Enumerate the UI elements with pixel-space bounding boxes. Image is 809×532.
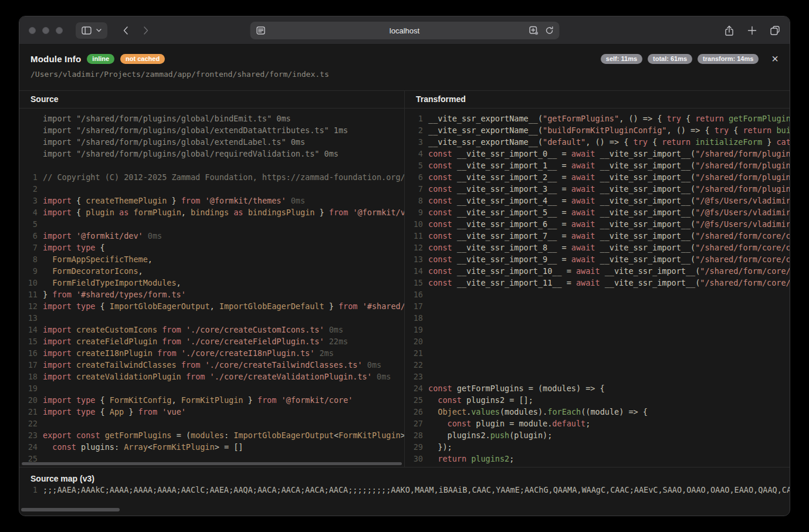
code-line: 6const __vite_ssr_import_2__ = await __v… xyxy=(405,171,790,183)
code-line: 19 xyxy=(19,382,404,394)
line-number: 15 xyxy=(19,336,38,347)
zoom-window-button[interactable] xyxy=(56,27,63,34)
extensions-icon[interactable] xyxy=(529,26,538,35)
line-number: 9 xyxy=(19,265,38,277)
tab-overview-icon[interactable] xyxy=(770,25,780,36)
code-panels: Source import "/shared/form/plugins/glob… xyxy=(19,90,790,467)
code-line: 15const __vite_ssr_import_11__ = await _… xyxy=(405,277,790,289)
share-icon[interactable] xyxy=(724,25,734,36)
code-line xyxy=(19,160,404,171)
line-number: 7 xyxy=(405,183,423,195)
line-number: 30 xyxy=(405,453,423,465)
line-number: 19 xyxy=(405,324,423,336)
injected-code-line: import "/shared/form/plugins/global/exte… xyxy=(19,124,404,136)
module-info-header: Module Info inline not cached self: 11ms… xyxy=(19,45,790,79)
line-number: 16 xyxy=(405,289,423,300)
code-line: 8const __vite_ssr_import_4__ = await __v… xyxy=(405,195,790,206)
chevron-right-icon xyxy=(143,26,149,35)
code-line: 23export const getFormPlugins = (modules… xyxy=(19,429,404,441)
code-line: 21 xyxy=(405,347,790,359)
injected-code-line: import "/shared/form/plugins/global/requ… xyxy=(19,148,404,160)
code-line: 19 xyxy=(405,324,790,336)
close-window-button[interactable] xyxy=(29,27,36,34)
new-tab-icon[interactable] xyxy=(747,25,757,36)
code-line: 28 plugins2.push(plugin); xyxy=(405,429,790,441)
code-line: 23 xyxy=(405,371,790,382)
line-number: 24 xyxy=(19,441,38,453)
close-button[interactable]: × xyxy=(771,53,778,65)
line-number xyxy=(19,136,38,148)
line-number: 13 xyxy=(19,312,38,324)
line-number: 13 xyxy=(405,253,423,265)
code-line: 2__vite_ssr_exportName__("buildFormKitPl… xyxy=(405,124,790,136)
inline-badge: inline xyxy=(87,54,114,64)
sourcemap-horizontal-scrollbar[interactable] xyxy=(21,508,120,511)
forward-button[interactable] xyxy=(138,22,154,39)
line-number: 5 xyxy=(19,218,38,230)
address-bar-actions xyxy=(529,26,554,35)
code-line: 14import createCustomIcons from './core/… xyxy=(19,324,404,336)
url-text: localhost xyxy=(390,26,419,35)
line-number: 18 xyxy=(19,371,38,382)
sidebar-toggle-button[interactable] xyxy=(76,22,107,39)
reload-icon[interactable] xyxy=(544,26,554,35)
line-number xyxy=(19,148,38,160)
line-number: 4 xyxy=(405,148,423,160)
line-number xyxy=(19,113,38,124)
source-horizontal-scrollbar[interactable] xyxy=(22,462,402,465)
line-number: 21 xyxy=(405,347,423,359)
line-number: 8 xyxy=(19,253,38,265)
line-number: 11 xyxy=(19,289,38,300)
code-line: 8 FormAppSpecificTheme, xyxy=(19,253,404,265)
line-number: 4 xyxy=(19,206,38,218)
line-number: 27 xyxy=(405,418,423,429)
code-line: 20import type { FormKitConfig, FormKitPl… xyxy=(19,394,404,406)
code-line: 6import '@formkit/dev' 0ms xyxy=(19,230,404,242)
code-line: 9 FormDecoratorIcons, xyxy=(19,265,404,277)
code-line: 13const __vite_ssr_import_9__ = await __… xyxy=(405,253,790,265)
code-line: 11} from '#shared/types/form.ts' xyxy=(19,289,404,300)
code-line: 30 return plugins2; xyxy=(405,453,790,465)
code-line: 24const getFormPlugins = (modules) => { xyxy=(405,382,790,394)
sourcemap-section: Source map (v3) 1;;;AAEA;AAAkC;AAAA;AAAA… xyxy=(19,467,790,514)
line-number: 10 xyxy=(19,277,38,289)
window-controls xyxy=(29,27,63,34)
code-line: 12import type { ImportGlobEagerOutput, I… xyxy=(19,300,404,312)
line-number: 21 xyxy=(19,406,38,418)
code-line: 2 xyxy=(19,183,404,195)
line-number: 14 xyxy=(19,324,38,336)
code-line: 29 }); xyxy=(405,441,790,453)
code-line: 7const __vite_ssr_import_3__ = await __v… xyxy=(405,183,790,195)
code-line: 3__vite_ssr_exportName__("default", () =… xyxy=(405,136,790,148)
back-button[interactable] xyxy=(118,22,133,39)
code-line: 18 xyxy=(405,312,790,324)
line-number: 25 xyxy=(405,394,423,406)
line-number: 10 xyxy=(405,218,423,230)
line-number: 1 xyxy=(19,484,38,496)
line-number: 22 xyxy=(405,359,423,371)
line-number: 8 xyxy=(405,195,423,206)
code-line: 5 xyxy=(19,218,404,230)
code-line: 11const __vite_ssr_import_7__ = await __… xyxy=(405,230,790,242)
cache-status-badge: not cached xyxy=(120,54,165,64)
address-bar[interactable]: localhost xyxy=(250,22,559,39)
line-number: 14 xyxy=(405,265,423,277)
code-line: 4import { plugin as formPlugin, bindings… xyxy=(19,206,404,218)
line-number: 12 xyxy=(405,242,423,253)
sidebar-icon xyxy=(82,26,92,35)
code-line: 18import createValidationPlugin from './… xyxy=(19,371,404,382)
code-line: 26 Object.values(modules).forEach((modul… xyxy=(405,406,790,418)
line-number: 1 xyxy=(19,171,38,183)
reader-icon[interactable] xyxy=(256,26,265,35)
line-number: 2 xyxy=(405,124,423,136)
code-line: 4const __vite_ssr_import_0__ = await __v… xyxy=(405,148,790,160)
line-number: 15 xyxy=(405,277,423,289)
code-line: 17import createTailwindClasses from './c… xyxy=(19,359,404,371)
line-number: 16 xyxy=(19,347,38,359)
line-number: 20 xyxy=(405,336,423,347)
minimize-window-button[interactable] xyxy=(42,27,49,34)
code-line: 10 FormFieldTypeImportModules, xyxy=(19,277,404,289)
line-number: 1 xyxy=(405,113,423,124)
line-number: 6 xyxy=(19,230,38,242)
line-number: 7 xyxy=(19,242,38,253)
